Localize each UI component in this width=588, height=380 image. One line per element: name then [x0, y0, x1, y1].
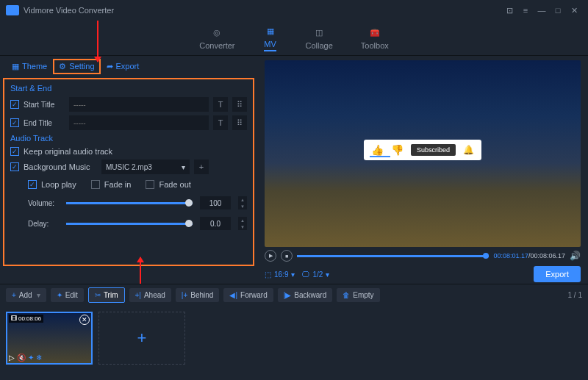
play-icon: ▷: [9, 354, 15, 362]
end-title-input[interactable]: [69, 115, 209, 130]
fadeout-checkbox[interactable]: [146, 180, 154, 189]
bg-music-label: Background Music: [24, 162, 97, 171]
aspect-ratio-value: 16:9: [274, 270, 288, 279]
tab-converter[interactable]: ◎ Converter: [199, 26, 234, 50]
subscribed-badge: Subscribed: [411, 144, 456, 156]
chevron-down-icon: ▾: [326, 270, 329, 279]
subtab-setting-label: Setting: [69, 62, 94, 71]
end-title-label: End Title: [24, 119, 65, 127]
aspect-ratio-select[interactable]: ⬚ 16:9 ▾: [265, 270, 295, 279]
edit-button[interactable]: ✦Edit: [51, 288, 84, 302]
keep-audio-label: Keep original audio track: [24, 147, 112, 156]
add-music-button[interactable]: +: [194, 159, 209, 174]
fadein-checkbox[interactable]: [91, 180, 100, 189]
subtab-setting[interactable]: ⚙ Setting: [53, 59, 100, 74]
ahead-button[interactable]: +|Ahead: [129, 288, 171, 302]
volume-slider[interactable]: [66, 202, 193, 204]
grid-icon: ▦: [12, 62, 19, 71]
audio-track-title: Audio Track: [10, 134, 247, 143]
app-title: Vidmore Video Converter: [24, 6, 114, 15]
tab-mv[interactable]: ▦ MV: [263, 25, 278, 51]
clip-close-button[interactable]: ✕: [79, 315, 90, 325]
clip-duration: 🎞00:08:06: [9, 315, 43, 323]
backward-button[interactable]: |▶Backward: [278, 288, 333, 302]
tab-collage-label: Collage: [306, 41, 333, 50]
bell-icon: 🔔: [463, 145, 474, 155]
bg-music-checkbox[interactable]: [10, 162, 19, 171]
grid-select-icon[interactable]: ⠿: [232, 115, 247, 130]
music-select[interactable]: MUSIC 2.mp3 ▾: [101, 159, 190, 174]
loop-label: Loop play: [41, 180, 76, 189]
wand-icon: ✦: [57, 291, 62, 299]
delay-slider[interactable]: [66, 223, 193, 225]
keep-audio-checkbox[interactable]: [10, 147, 19, 156]
subtab-theme-label: Theme: [22, 62, 47, 71]
subtab-export-label: Export: [116, 62, 140, 71]
start-title-checkbox[interactable]: [10, 100, 19, 109]
volume-label: Volume:: [28, 199, 59, 207]
feedback-icon[interactable]: ⊡: [501, 3, 517, 18]
text-style-icon[interactable]: T: [213, 115, 228, 130]
start-title-input[interactable]: [69, 97, 209, 112]
add-clip-button[interactable]: +: [98, 312, 185, 365]
close-icon[interactable]: ✕: [566, 3, 582, 18]
end-title-checkbox[interactable]: [10, 118, 19, 127]
chevron-down-icon: ▾: [182, 163, 185, 171]
star-icon: ✦: [28, 354, 34, 362]
add-label: Add: [19, 291, 32, 299]
delay-label: Delay:: [28, 220, 59, 228]
fadein-label: Fade in: [104, 180, 132, 189]
export-icon: ➦: [107, 62, 113, 71]
export-button[interactable]: Export: [534, 266, 581, 282]
progress-bar[interactable]: [297, 255, 489, 257]
thumb-down-icon: 👎: [391, 144, 404, 156]
clip-duration-value: 00:08:06: [18, 315, 41, 322]
gear-icon: ⚙: [59, 62, 66, 71]
maximize-icon[interactable]: □: [550, 3, 566, 18]
delay-spinner[interactable]: ▲▼: [238, 217, 247, 230]
empty-button[interactable]: 🗑Empty: [337, 288, 379, 302]
film-icon: 🎞: [11, 315, 17, 322]
subtab-theme[interactable]: ▦ Theme: [6, 59, 53, 74]
behind-label: Behind: [190, 291, 213, 299]
subscribe-overlay: 👍 👎 Subscribed 🔔: [364, 140, 481, 160]
converter-icon: ◎: [209, 26, 224, 40]
delay-value: 0.0: [200, 217, 231, 230]
behind-icon: |+: [182, 291, 187, 299]
volume-value: 100: [200, 196, 231, 209]
forward-button[interactable]: ◀|Forward: [223, 288, 273, 302]
minimize-icon[interactable]: —: [534, 3, 550, 18]
backward-icon: |▶: [284, 291, 292, 299]
collage-icon: ◫: [312, 26, 326, 40]
empty-label: Empty: [353, 291, 373, 299]
tab-toolbox[interactable]: 🧰 Toolbox: [361, 26, 389, 50]
monitor-icon: 🖵: [302, 270, 309, 279]
tab-converter-label: Converter: [199, 41, 234, 50]
menu-icon[interactable]: ≡: [517, 3, 534, 18]
behind-button[interactable]: |+Behind: [176, 288, 220, 302]
grid-select-icon[interactable]: ⠿: [232, 97, 247, 112]
sparkle-icon: ❄: [36, 354, 42, 362]
loop-checkbox[interactable]: [28, 180, 37, 189]
forward-icon: ◀|: [229, 291, 237, 299]
tab-collage[interactable]: ◫ Collage: [306, 26, 333, 50]
play-button[interactable]: ▶: [265, 250, 276, 262]
music-select-value: MUSIC 2.mp3: [106, 163, 152, 171]
text-style-icon[interactable]: T: [213, 97, 228, 112]
scale-value: 1/2: [312, 270, 323, 279]
volume-icon[interactable]: 🔊: [570, 251, 581, 261]
preview-video: 👍 👎 Subscribed 🔔: [265, 60, 581, 247]
add-button[interactable]: +Add▾: [6, 288, 46, 302]
thumb-up-icon: 👍: [371, 144, 384, 156]
crop-icon: ⬚: [265, 270, 271, 279]
scale-select[interactable]: 🖵 1/2 ▾: [302, 270, 329, 279]
fadeout-label: Fade out: [159, 180, 190, 189]
settings-panel: Start & End Start Title T ⠿ End Title T …: [3, 78, 254, 266]
clip-thumbnail[interactable]: 🎞00:08:06 ✕ ▷ 🔇 ✦ ❄: [6, 312, 93, 365]
trim-button[interactable]: ✂Trim: [88, 287, 125, 303]
stop-button[interactable]: ■: [281, 250, 293, 262]
tab-toolbox-label: Toolbox: [361, 41, 389, 50]
chevron-down-icon: ▾: [291, 270, 295, 279]
subtab-export[interactable]: ➦ Export: [101, 59, 146, 74]
volume-spinner[interactable]: ▲▼: [238, 196, 247, 209]
